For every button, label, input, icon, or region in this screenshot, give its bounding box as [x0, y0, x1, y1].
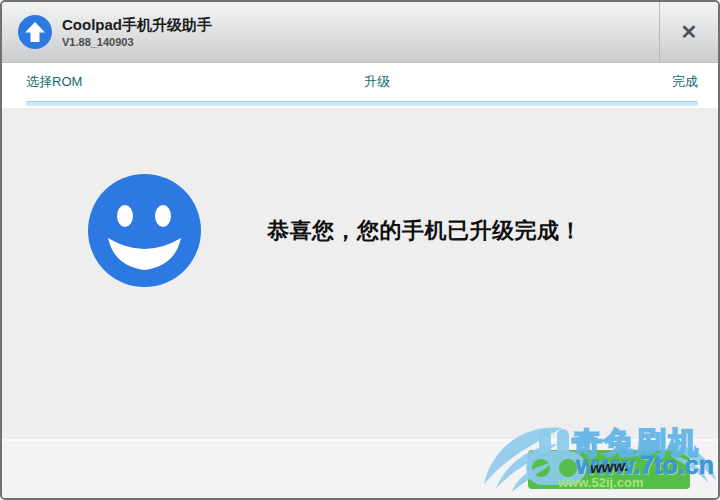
step-select-rom[interactable]: 选择ROM: [26, 73, 82, 91]
title-block: Coolpad手机升级助手 V1.88_140903: [62, 16, 212, 49]
app-title: Coolpad手机升级助手: [62, 16, 212, 34]
step-nav: 选择ROM 升级 完成: [2, 63, 718, 108]
app-window: Coolpad手机升级助手 V1.88_140903 ✕ 选择ROM 升级 完成…: [0, 0, 720, 500]
close-icon: ✕: [681, 22, 698, 42]
progress-bar: [26, 101, 698, 106]
watermark-alt-url: www.52ij.com: [558, 475, 644, 490]
content-area: 恭喜您，您的手机已升级完成！: [2, 108, 718, 441]
success-message: 恭喜您，您的手机已升级完成！: [267, 216, 582, 246]
step-upgrade[interactable]: 升级: [364, 73, 390, 91]
watermark-overlay-text: www.: [589, 457, 629, 477]
titlebar: Coolpad手机升级助手 V1.88_140903 ✕: [2, 2, 718, 63]
watermark: 奇兔刷机 www.7to.cn www. www.52ij.com: [484, 420, 712, 496]
hero-row: 恭喜您，您的手机已升级完成！: [2, 108, 718, 353]
close-button[interactable]: ✕: [659, 2, 718, 62]
upgrade-arrow-icon: [18, 15, 52, 49]
smiley-face-icon: [88, 174, 201, 287]
step-finish[interactable]: 完成: [672, 73, 698, 91]
app-version: V1.88_140903: [62, 35, 212, 49]
